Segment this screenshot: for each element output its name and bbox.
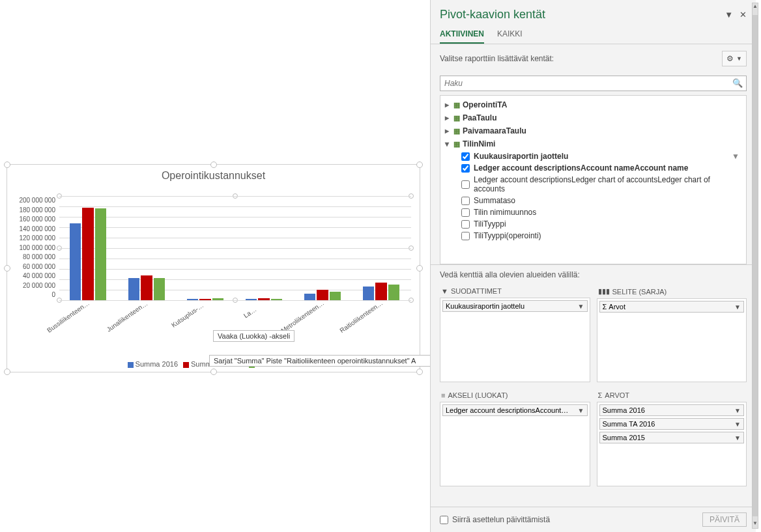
bar[interactable] [82,208,93,300]
table-icon: ▦ [453,140,460,148]
zone-pill[interactable]: Kuukausiraportin jaottelu▼ [442,300,588,312]
axis-tooltip: Vaaka (Luokka) -akseli [213,330,294,342]
bar[interactable] [141,275,152,300]
expand-icon[interactable]: ▸ [443,113,451,122]
table-icon: ▦ [453,101,460,109]
bar[interactable] [154,278,165,300]
bar[interactable] [330,292,341,300]
resize-handle[interactable] [416,265,423,272]
bar[interactable] [95,208,106,300]
chevron-down-icon[interactable]: ▼ [734,407,741,414]
resize-handle[interactable] [416,369,423,375]
resize-handle[interactable] [4,161,10,168]
field-item[interactable]: TiliTyyppi [440,218,746,230]
field-item[interactable]: TiliTyyppi(operointi) [440,230,746,242]
chevron-down-icon[interactable]: ▼ [734,434,741,441]
zone-pill[interactable]: Summa 2016▼ [599,404,745,416]
tab-all[interactable]: KAIKKI [497,25,523,44]
bar[interactable] [363,287,374,300]
dropzone-values[interactable]: ΣARVOT Summa 2016▼Summa TA 2016▼Summa 20… [597,389,747,486]
datapoint-tooltip: Sarjat "Summa" Piste "Raitioliikenteen o… [209,355,435,367]
pivot-chart[interactable]: Operointikustannukset 200 000 000180 000… [7,164,420,372]
bar[interactable] [317,290,328,300]
resize-handle[interactable] [210,369,217,375]
bar[interactable] [388,285,399,300]
update-button[interactable]: PÄIVITÄ [702,512,747,527]
resize-handle[interactable] [416,161,423,168]
sigma-icon: Σ [598,391,603,399]
expand-icon[interactable]: ▾ [443,139,451,148]
field-checkbox[interactable] [461,180,470,189]
expand-icon[interactable]: ▸ [443,100,451,109]
field-item[interactable]: Tilin nimimuunnos [440,206,746,218]
bar[interactable] [199,299,210,300]
chevron-down-icon: ▼ [736,55,742,62]
field-checkbox[interactable] [461,197,470,205]
chevron-down-icon[interactable]: ▼ [578,407,584,414]
bar[interactable] [375,283,386,300]
tab-active[interactable]: AKTIIVINEN [440,25,484,44]
bar[interactable] [70,223,81,300]
bar[interactable] [304,294,315,300]
instructions-text: Valitse raporttiin lisättävät kentät: [440,54,722,63]
zone-pill[interactable]: Ledger account descriptionsAccount…▼ [442,404,588,416]
field-checkbox[interactable] [461,220,470,229]
bar[interactable] [246,299,257,300]
resize-handle[interactable] [4,265,10,272]
chevron-down-icon[interactable]: ▼ [734,303,741,311]
table-name[interactable]: TilinNimi [463,139,495,148]
expand-icon[interactable]: ▸ [443,126,451,135]
gear-icon: ⚙ [726,54,734,63]
dropzone-filters[interactable]: ▼SUODATTIMET Kuukausiraportin jaottelu▼ [440,285,590,382]
search-input[interactable] [440,76,747,91]
bar[interactable] [128,278,139,300]
filter-icon: ▼ [441,287,448,295]
field-item[interactable]: Ledger account descriptionsLedger chart … [440,174,746,195]
y-axis-labels: 200 000 000180 000 000160 000 000140 000… [11,196,55,300]
filter-icon[interactable]: ▼ [732,152,739,161]
resize-handle[interactable] [210,161,217,168]
drag-instructions: Vedä kenttiä alla olevien alueiden välil… [431,264,756,285]
field-item[interactable]: Summataso [440,195,746,206]
field-checkbox[interactable] [461,164,470,173]
zone-pill[interactable]: Summa 2015▼ [599,432,745,443]
search-icon[interactable]: 🔍 [732,78,743,88]
table-name[interactable]: OperointiTA [463,100,507,109]
vertical-scrollbar[interactable]: ▲ ▼ [752,3,758,529]
close-icon[interactable]: ✕ [739,10,747,20]
table-name[interactable]: PaaTaulu [463,113,496,122]
bar[interactable] [212,298,223,300]
defer-layout-checkbox[interactable]: Siirrä asettelun päivittämistä [440,515,702,524]
table-icon: ▦ [453,127,460,135]
bar[interactable] [187,299,198,300]
scroll-down-icon[interactable]: ▼ [753,520,758,528]
chevron-down-icon[interactable]: ▼ [578,303,584,310]
scrollbar-thumb[interactable] [753,15,758,516]
field-checkbox[interactable] [461,232,470,240]
bar[interactable] [271,299,282,300]
plot-area[interactable] [59,196,411,300]
scroll-up-icon[interactable]: ▲ [753,3,758,11]
legend-icon: ▮▮▮ [598,287,610,296]
tools-button[interactable]: ⚙ ▼ [722,51,747,66]
dropdown-icon[interactable]: ▼ [725,10,733,20]
zone-pill[interactable]: Σ Arvot▼ [599,301,745,313]
dropzone-legend[interactable]: ▮▮▮SELITE (SARJA) Σ Arvot▼ [597,285,747,382]
pivotchart-fields-pane: Pivot-kaavion kentät ▼ ✕ AKTIIVINEN KAIK… [430,0,756,532]
field-item[interactable]: Kuukausiraportin jaottelu▼ [440,150,746,162]
resize-handle[interactable] [4,369,10,375]
dropzone-axis[interactable]: ≡AKSELI (LUOKAT) Ledger account descript… [440,389,590,486]
field-list[interactable]: ▸▦OperointiTA▸▦PaaTaulu▸▦PaivamaaraTaulu… [440,95,747,264]
chevron-down-icon[interactable]: ▼ [734,421,741,428]
table-name[interactable]: PaivamaaraTaulu [463,126,526,135]
table-icon: ▦ [453,114,460,122]
field-item[interactable]: Ledger account descriptionsAccount nameA… [440,162,746,174]
chart-title[interactable]: Operointikustannukset [7,165,420,191]
pane-title: Pivot-kaavion kentät [440,8,718,21]
axis-icon: ≡ [441,391,445,399]
bar[interactable] [258,298,269,300]
field-checkbox[interactable] [461,208,470,217]
zone-pill[interactable]: Summa TA 2016▼ [599,418,745,430]
field-checkbox[interactable] [461,152,470,161]
